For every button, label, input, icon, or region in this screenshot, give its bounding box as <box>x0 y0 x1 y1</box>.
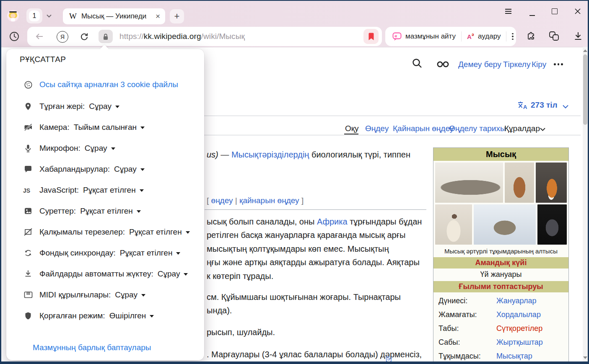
permission-value[interactable]: Рұқсат етілген <box>80 207 133 216</box>
extensions-icon[interactable] <box>526 31 537 42</box>
tab-tools[interactable]: Құралдар <box>504 124 540 133</box>
permission-row-javascript[interactable]: JS JavaScript: Рұқсат етілген <box>23 185 144 196</box>
felidae-link[interactable]: Мысықтәрізділердің <box>231 150 309 159</box>
header-more-icon[interactable] <box>554 63 563 65</box>
page-scrollbar[interactable] <box>583 47 588 361</box>
profile-avatar[interactable] <box>7 10 19 22</box>
collections-icon[interactable] <box>549 31 560 42</box>
reload-icon[interactable] <box>79 31 89 41</box>
edit-section-link[interactable]: өңдеу <box>211 196 233 205</box>
pill-more-icon[interactable] <box>512 33 514 40</box>
language-count-button[interactable]: 273 тіл <box>531 101 558 110</box>
donate-link[interactable]: Демеу беру <box>458 60 501 69</box>
cat-photo-1[interactable] <box>435 163 503 203</box>
read-aloud-button[interactable]: мазмұнын айту <box>405 32 456 41</box>
tools-chevron-icon[interactable] <box>540 127 546 132</box>
permission-value[interactable]: Рұқсат етілген <box>120 248 173 258</box>
taxonomy-value-link[interactable]: Хордалылар <box>496 310 541 319</box>
cat-photo-2[interactable] <box>505 163 534 203</box>
translate-icon: A ә <box>467 32 476 41</box>
tab-close-icon[interactable]: × <box>156 12 160 21</box>
tab-wikipedia[interactable]: W Мысық — Уикипедия × <box>63 8 165 24</box>
scrollbar-thumb[interactable] <box>583 54 587 125</box>
url-text[interactable]: https://kk.wikipedia.org/wiki/Мысық <box>119 32 245 41</box>
close-button[interactable] <box>571 5 584 18</box>
cat-photo-3[interactable] <box>536 163 567 203</box>
all-content-settings-link[interactable]: Мазмұнның барлық баптаулары <box>33 343 151 352</box>
dropdown-caret-icon[interactable] <box>111 147 115 150</box>
dropdown-caret-icon[interactable] <box>115 106 119 108</box>
taxonomy-value-redlink[interactable]: Сүтқоретілер <box>496 324 542 333</box>
location-icon <box>23 101 33 111</box>
tab-edit-source[interactable]: Қайнарын өңдеу <box>393 124 454 133</box>
taxonomy-value-link[interactable]: Жыртқыштар <box>496 338 543 347</box>
permission-row-background-sync[interactable]: Фондық синхрондау: Рұқсат етілген <box>23 248 180 258</box>
permission-value[interactable]: Рұқсат етілген <box>83 186 136 195</box>
permission-row-location[interactable]: Тұрған жері: Сұрау <box>23 101 119 112</box>
permission-value[interactable]: Сұрау <box>85 144 107 153</box>
dropdown-caret-icon[interactable] <box>140 168 145 171</box>
maximize-button[interactable] <box>548 5 561 18</box>
tab-group-chevron-icon[interactable] <box>46 14 52 18</box>
lead-binomial-fragment: us) <box>207 150 218 159</box>
permission-value[interactable]: Өшірілген <box>109 311 146 320</box>
permission-value[interactable]: Тыйым салынған <box>74 123 137 132</box>
cat-photo-6[interactable] <box>537 204 567 245</box>
dropdown-caret-icon[interactable] <box>137 210 141 213</box>
yandex-icon[interactable]: Я <box>57 31 68 43</box>
permission-row-midi[interactable]: MIDI құрылғылары: Сұрау <box>23 289 145 300</box>
translate-button[interactable]: аудару <box>478 32 501 41</box>
tab-history[interactable]: Өңделу тарихы <box>449 124 506 133</box>
login-link[interactable]: Кіру <box>532 60 546 69</box>
scroll-up-icon[interactable] <box>583 49 587 52</box>
new-tab-button[interactable]: + <box>170 9 184 23</box>
dropdown-caret-icon[interactable] <box>186 231 190 234</box>
permission-row-popups[interactable]: Қалқымалы терезелер: Рұқсат етілген <box>23 227 190 238</box>
permission-row-protected-mode[interactable]: Қорғалған режим: Өшірілген <box>23 310 154 321</box>
dropdown-caret-icon[interactable] <box>140 126 145 129</box>
permission-value[interactable]: Сұрау <box>89 102 112 111</box>
permission-row-microphone[interactable]: Микрофон: Сұрау <box>23 143 115 154</box>
dropdown-caret-icon[interactable] <box>184 273 188 276</box>
infobox-cat: Мысық Мысық әртүрлі тұқымдарының алтысы … <box>433 147 569 364</box>
africa-link[interactable]: Африка <box>317 217 348 226</box>
downloads-icon[interactable] <box>573 31 583 41</box>
tab-read[interactable]: Оқу <box>345 124 359 133</box>
minimize-button[interactable] <box>526 6 538 19</box>
footnote-ref[interactable]: [5] <box>386 355 392 361</box>
edit-source-section-link[interactable]: қайнарын өңдеу <box>239 196 299 205</box>
language-chevron-icon[interactable] <box>562 104 569 109</box>
dropdown-caret-icon[interactable] <box>141 294 145 297</box>
back-icon[interactable] <box>35 32 44 41</box>
permission-row-images[interactable]: Суреттер: Рұқсат етілген <box>23 206 141 217</box>
appearance-glasses-icon[interactable] <box>436 61 450 68</box>
dropdown-caret-icon[interactable] <box>140 189 144 192</box>
permission-value[interactable]: Сұрау <box>114 165 137 174</box>
search-icon[interactable] <box>412 58 423 70</box>
tab-group-badge[interactable]: 1 <box>26 8 42 23</box>
cookies-link[interactable]: Осы сайтқа арналған 3 cookie файлы <box>39 80 178 89</box>
panel-title: РҰҚСАТТАР <box>20 55 66 64</box>
history-icon[interactable] <box>9 31 20 42</box>
bookmark-button[interactable] <box>363 29 379 44</box>
register-link[interactable]: Тіркелу <box>503 60 530 69</box>
permission-row-camera[interactable]: Камера: Тыйым салынған <box>23 122 145 133</box>
permission-value[interactable]: Сұрау <box>158 269 180 279</box>
taxonomy-value-link[interactable]: Жануарлар <box>496 297 537 305</box>
taxonomy-value-link[interactable]: Мысықтар <box>496 352 532 361</box>
permission-row-notifications[interactable]: Хабарландырулар: Сұрау <box>23 164 145 175</box>
cat-photo-4[interactable] <box>435 204 472 245</box>
images-icon <box>23 206 33 216</box>
permission-label: Камера: <box>39 123 70 132</box>
permission-row-auto-download[interactable]: Файлдарды автоматты жүктеу: Сұрау <box>23 268 188 279</box>
dropdown-caret-icon[interactable] <box>150 315 154 318</box>
menu-icon[interactable] <box>502 5 514 18</box>
cat-photo-5[interactable] <box>474 204 536 245</box>
scroll-down-icon[interactable] <box>583 356 587 359</box>
tab-edit[interactable]: Өңдеу <box>365 124 389 133</box>
dropdown-caret-icon[interactable] <box>176 252 180 255</box>
pill-divider <box>461 31 462 41</box>
site-permissions-button[interactable] <box>99 30 113 43</box>
permission-value[interactable]: Рұқсат етілген <box>129 227 182 237</box>
permission-value[interactable]: Сұрау <box>115 290 138 299</box>
